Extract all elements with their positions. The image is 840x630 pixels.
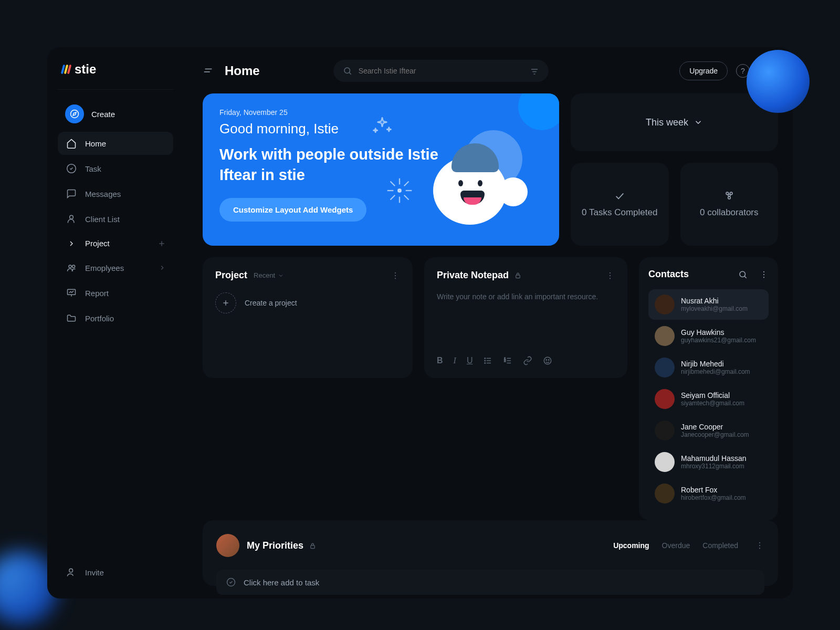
- nav-report[interactable]: Report: [58, 281, 173, 304]
- numbered-list-icon[interactable]: 12: [503, 356, 512, 365]
- chevron-right-icon: [65, 239, 78, 248]
- avatar: [655, 452, 675, 472]
- nav-label: Portfolio: [85, 314, 114, 323]
- card-header: Project Recent: [215, 270, 400, 281]
- svg-marker-1: [73, 112, 76, 116]
- svg-line-14: [349, 72, 351, 75]
- svg-point-7: [72, 265, 75, 268]
- search-input[interactable]: [359, 67, 523, 75]
- contact-name: Guy Hawkins: [681, 328, 756, 337]
- contact-item[interactable]: Guy Hawkinsguyhawkins21@gmail.com: [648, 321, 769, 351]
- user-icon: [65, 214, 78, 224]
- svg-point-53: [544, 357, 552, 364]
- tab-upcoming[interactable]: Upcoming: [613, 541, 649, 550]
- create-button[interactable]: Create: [58, 98, 173, 130]
- contact-name: Nusrat Akhi: [681, 297, 748, 305]
- invite-button[interactable]: Invite: [58, 561, 173, 584]
- contact-item[interactable]: Nusrat Akhimyloveakhi@gmail.com: [648, 289, 769, 320]
- filter-icon[interactable]: [530, 66, 539, 76]
- week-selector[interactable]: This week: [571, 93, 778, 151]
- svg-point-62: [759, 542, 760, 543]
- svg-line-57: [744, 276, 747, 278]
- nav-label: Client List: [85, 215, 120, 224]
- stat-label: collaborators: [707, 207, 758, 217]
- project-card: Project Recent Create a project: [203, 257, 413, 378]
- sparkle-icon: [371, 114, 394, 138]
- more-icon[interactable]: [759, 270, 769, 279]
- create-project-button[interactable]: Create a project: [215, 292, 400, 313]
- avatar: [655, 421, 675, 440]
- bullet-list-icon[interactable]: [483, 356, 492, 365]
- contacts-card: Contacts Nusrat Akhimyloveakhi@gmail.com…: [639, 257, 778, 520]
- svg-line-24: [404, 195, 409, 200]
- search-icon[interactable]: [738, 270, 748, 279]
- customize-layout-button[interactable]: Customize Layout Add Wedgets: [219, 198, 366, 222]
- svg-text:2: 2: [505, 359, 506, 362]
- emoji-icon[interactable]: [543, 356, 552, 365]
- card-title: My Priorities: [247, 540, 317, 551]
- decorative-orb: [747, 50, 810, 113]
- nav-messages[interactable]: Messages: [58, 182, 173, 205]
- nav-home[interactable]: Home: [58, 132, 173, 155]
- nav-label: Messages: [85, 190, 121, 198]
- svg-point-40: [610, 275, 611, 276]
- search-icon: [343, 66, 352, 76]
- contact-name: Jane Cooper: [681, 423, 749, 431]
- contact-email: siyamtech@gmail.com: [681, 400, 744, 407]
- nav-label: Project: [85, 239, 110, 248]
- nav-project[interactable]: Project: [58, 233, 173, 254]
- compass-icon: [65, 104, 84, 123]
- tab-overdue[interactable]: Overdue: [662, 541, 690, 550]
- main-content: Home Upgrade ? Friday, November 25 Good …: [184, 47, 793, 598]
- underline-icon[interactable]: U: [467, 356, 473, 365]
- project-filter[interactable]: Recent: [254, 271, 284, 279]
- row-cards: Project Recent Create a project Private …: [203, 257, 778, 520]
- svg-point-35: [395, 278, 396, 279]
- nav-clients[interactable]: Client List: [58, 207, 173, 230]
- contact-item[interactable]: Robert Foxhirobertfox@gmail.com: [648, 478, 769, 509]
- lock-icon: [514, 271, 522, 279]
- card-header: My Priorities Upcoming Overdue Completed: [216, 534, 764, 557]
- menu-icon[interactable]: [203, 65, 214, 77]
- nav-employees[interactable]: Emoplyees: [58, 256, 173, 279]
- nav-task[interactable]: Task: [58, 157, 173, 180]
- avatar: [655, 484, 675, 503]
- contact-email: guyhawkins21@gmail.com: [681, 337, 756, 344]
- more-icon[interactable]: [391, 271, 400, 280]
- nav-portfolio[interactable]: Portfolio: [58, 307, 173, 330]
- contact-email: nirjibmehedi@gmail.com: [681, 368, 750, 375]
- stat-tasks: 0 Tasks Completed: [571, 163, 669, 246]
- svg-point-0: [71, 110, 79, 118]
- italic-icon[interactable]: I: [454, 356, 456, 365]
- contact-item[interactable]: Nirjib Mehedinirjibmehedi@gmail.com: [648, 352, 769, 383]
- avatar: [655, 295, 675, 314]
- folder-icon: [65, 313, 78, 323]
- tab-completed[interactable]: Completed: [702, 541, 738, 550]
- search-box[interactable]: [333, 60, 549, 82]
- contact-name: Robert Fox: [681, 486, 746, 494]
- logo-mark-icon: [62, 65, 70, 74]
- add-task-row[interactable]: Click here add to task: [216, 570, 764, 595]
- hero-banner: Friday, November 25 Good morning, Istie …: [203, 93, 559, 246]
- brand-name: stie: [75, 62, 96, 77]
- topbar: Home Upgrade ?: [203, 60, 778, 82]
- link-icon[interactable]: [523, 356, 532, 365]
- more-icon[interactable]: [755, 541, 764, 550]
- stat-value: 0: [582, 207, 586, 217]
- svg-point-39: [610, 272, 611, 273]
- contact-item[interactable]: Seiyam Officialsiyamtech@gmail.com: [648, 384, 769, 414]
- svg-point-18: [398, 189, 401, 192]
- stat-label: Tasks Completed: [589, 207, 657, 217]
- page-title: Home: [225, 64, 260, 78]
- bold-icon[interactable]: B: [437, 356, 443, 365]
- message-icon: [65, 188, 78, 199]
- contact-item[interactable]: Mahamudul Hassanmhroxy3112gmail.com: [648, 447, 769, 477]
- contact-item[interactable]: Jane CooperJanecooper@gmail.com: [648, 415, 769, 446]
- brand-logo[interactable]: stie: [58, 62, 173, 90]
- svg-point-33: [395, 272, 396, 273]
- more-icon[interactable]: [605, 271, 615, 280]
- notepad-textarea[interactable]: Write your note or add link an important…: [437, 292, 615, 350]
- upgrade-button[interactable]: Upgrade: [679, 61, 728, 80]
- plus-icon[interactable]: [158, 239, 166, 248]
- row-hero: Friday, November 25 Good morning, Istie …: [203, 93, 778, 246]
